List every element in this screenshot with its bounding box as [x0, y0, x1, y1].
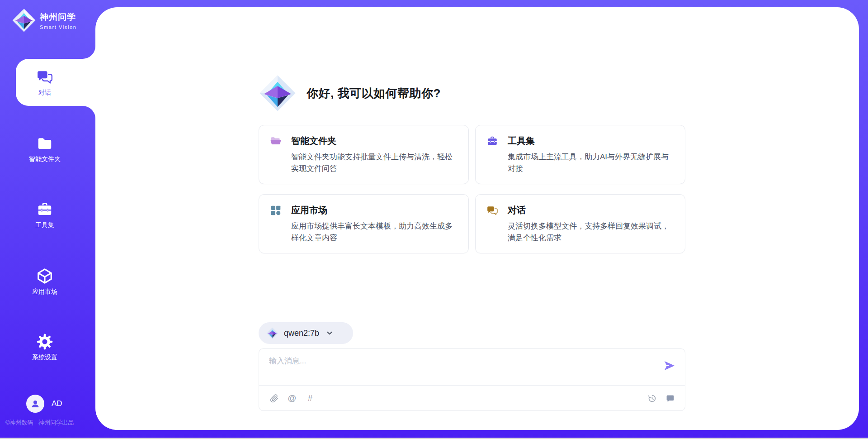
folder-open-icon — [270, 135, 282, 147]
sidebar-item-smart-folder[interactable]: 智能文件夹 — [0, 125, 90, 172]
app-window: 神州问学 Smart Vision 对话 智能文件夹 — [0, 0, 868, 439]
greeting-title: 你好, 我可以如何帮助你? — [307, 86, 441, 101]
sidebar-item-chat[interactable]: 对话 — [16, 59, 97, 106]
gear-icon — [36, 333, 53, 350]
card-chat[interactable]: 对话 灵活切换多模型文件，支持多样回复效果调试，满足个性化需求 — [475, 194, 685, 253]
feature-cards: 智能文件夹 智能文件夹功能支持批量文件上传与清洗，轻松实现文件问答 工具集 集成… — [259, 125, 685, 253]
sidebar-item-label: 系统设置 — [32, 353, 57, 362]
toolbox-icon — [36, 201, 53, 218]
message-input[interactable] — [269, 356, 653, 382]
composer-toolbar: @ # — [259, 386, 685, 411]
message-composer: @ # — [259, 348, 685, 411]
chat-bubbles-icon — [36, 68, 53, 86]
message-icon[interactable] — [665, 393, 675, 404]
brand-diamond-icon — [12, 7, 36, 33]
app-subtitle: Smart Vision — [40, 24, 76, 30]
chat-bubbles-icon — [486, 205, 498, 216]
brand-diamond-icon — [259, 74, 297, 112]
toolbox-icon — [486, 135, 498, 147]
app-grid-icon — [270, 205, 282, 216]
app-title: 神州问学 — [40, 11, 76, 23]
sidebar: 神州问学 Smart Vision 对话 智能文件夹 — [0, 0, 95, 439]
greeting-row: 你好, 我可以如何帮助你? — [259, 74, 685, 112]
card-title: 智能文件夹 — [291, 135, 336, 147]
at-icon[interactable]: @ — [287, 393, 297, 404]
card-description: 应用市场提供丰富长文本模板，助力高效生成多样化文章内容 — [291, 220, 458, 243]
sidebar-item-label: 智能文件夹 — [29, 155, 61, 163]
card-smart-folder[interactable]: 智能文件夹 智能文件夹功能支持批量文件上传与清洗，轻松实现文件问答 — [259, 125, 469, 184]
sidebar-item-app-market[interactable]: 应用市场 — [0, 258, 90, 305]
user-initials: AD — [52, 399, 62, 408]
paperclip-icon[interactable] — [269, 393, 279, 404]
tab-fillet-top — [83, 46, 95, 59]
card-title: 应用市场 — [291, 204, 327, 216]
hash-icon[interactable]: # — [305, 393, 315, 404]
sidebar-item-settings[interactable]: 系统设置 — [0, 324, 90, 371]
user-chip[interactable]: AD — [26, 395, 62, 413]
main-panel: 你好, 我可以如何帮助你? 智能文件夹 智能文件夹功能支持批量文件上传与清洗，轻… — [95, 7, 859, 430]
send-icon[interactable] — [663, 359, 676, 372]
app-logo: 神州问学 Smart Vision — [12, 7, 76, 33]
card-description: 集成市场上主流工具，助力AI与外界无缝扩展与对接 — [508, 151, 674, 174]
sidebar-item-label: 对话 — [38, 89, 51, 97]
avatar — [26, 395, 44, 413]
card-toolset[interactable]: 工具集 集成市场上主流工具，助力AI与外界无缝扩展与对接 — [475, 125, 685, 184]
sidebar-item-label: 工具集 — [35, 221, 54, 229]
model-selector[interactable]: qwen2:7b — [259, 322, 353, 344]
card-title: 对话 — [508, 204, 526, 216]
card-app-market[interactable]: 应用市场 应用市场提供丰富长文本模板，助力高效生成多样化文章内容 — [259, 194, 469, 253]
card-description: 灵活切换多模型文件，支持多样回复效果调试，满足个性化需求 — [508, 220, 674, 243]
model-name: qwen2:7b — [284, 329, 319, 338]
card-title: 工具集 — [508, 135, 535, 147]
history-icon[interactable] — [647, 393, 657, 404]
toolbar-right — [647, 393, 675, 404]
cube-icon — [36, 267, 53, 285]
folder-icon — [36, 135, 53, 152]
chevron-down-icon — [326, 329, 334, 337]
tab-fillet-bottom — [83, 106, 95, 119]
brand-diamond-icon — [266, 327, 278, 339]
copyright-text: ©神州数码 · 神州问学出品 — [5, 419, 74, 427]
toolbar-left: @ # — [269, 393, 315, 404]
sidebar-item-label: 应用市场 — [32, 288, 57, 296]
person-icon — [30, 398, 41, 409]
card-description: 智能文件夹功能支持批量文件上传与清洗，轻松实现文件问答 — [291, 151, 458, 174]
main-content: 你好, 我可以如何帮助你? 智能文件夹 智能文件夹功能支持批量文件上传与清洗，轻… — [259, 7, 685, 411]
sidebar-item-toolset[interactable]: 工具集 — [0, 191, 90, 239]
